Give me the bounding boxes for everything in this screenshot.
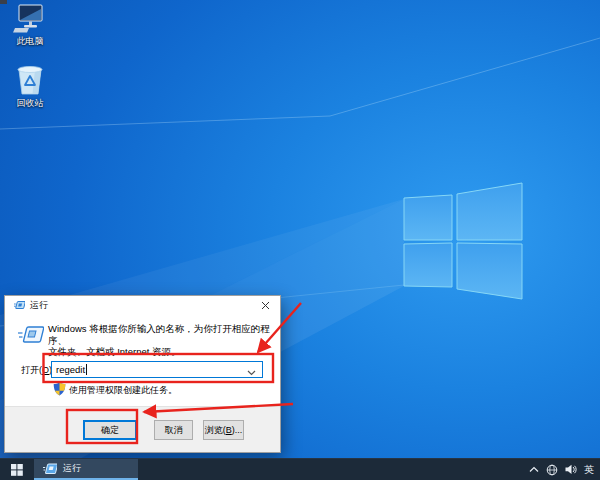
chevron-up-icon[interactable]	[529, 466, 539, 473]
dialog-title: 运行	[30, 299, 250, 312]
dialog-footer: 确定 取消 浏览(B)...	[5, 406, 280, 452]
uac-shield-icon	[53, 382, 66, 396]
dialog-description: Windows 将根据你所输入的名称，为你打开相应的程序、 文件夹、文档或 In…	[48, 323, 270, 358]
volume-icon[interactable]	[565, 464, 577, 475]
uac-note: 使用管理权限创建此任务。	[69, 384, 177, 397]
run-dialog: 运行 Windows 将根据你所输入的名称，为你打开相应的程序、 文件夹、文档或…	[4, 295, 281, 453]
start-button[interactable]	[0, 459, 34, 480]
combo-dropdown-button[interactable]	[245, 360, 262, 380]
computer-icon	[12, 4, 48, 34]
ok-button[interactable]: 确定	[83, 420, 137, 440]
open-input-value: regedit	[52, 364, 85, 375]
ime-language-indicator[interactable]: 英	[584, 463, 594, 477]
desktop-icon-label: 此电脑	[6, 36, 54, 46]
open-field-label: 打开(O):	[21, 364, 55, 377]
windows-start-icon	[11, 464, 23, 476]
text-caret	[86, 364, 87, 375]
desktop-icon-recycle-bin[interactable]: 回收站	[6, 64, 54, 108]
close-icon	[261, 301, 270, 310]
network-globe-icon[interactable]	[546, 464, 558, 476]
cancel-button[interactable]: 取消	[154, 420, 193, 440]
close-button[interactable]	[250, 296, 280, 314]
taskbar: 运行 英	[0, 458, 600, 480]
run-icon	[18, 325, 44, 345]
browse-button[interactable]: 浏览(B)...	[203, 420, 244, 440]
recycle-bin-icon	[15, 64, 45, 96]
desktop-icon-label: 回收站	[6, 98, 54, 108]
open-input[interactable]: regedit	[51, 361, 263, 378]
taskbar-button-label: 运行	[63, 462, 81, 475]
taskbar-button-run[interactable]: 运行	[34, 459, 138, 480]
run-dialog-titlebar[interactable]: 运行	[5, 296, 280, 314]
desktop: 此电脑 回收站 运行	[0, 0, 600, 480]
chevron-down-icon	[247, 370, 256, 376]
desktop-icon-this-pc[interactable]: 此电脑	[6, 4, 54, 46]
run-icon	[14, 300, 25, 310]
system-tray: 英	[529, 459, 600, 480]
run-icon	[43, 463, 57, 475]
